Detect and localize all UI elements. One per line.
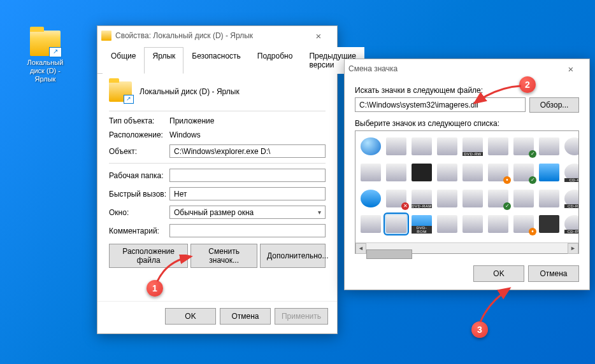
folder-shortcut-icon (101, 31, 111, 41)
icon-media[interactable] (539, 190, 559, 207)
icon-network[interactable] (361, 137, 381, 155)
icon-path-input[interactable] (355, 97, 526, 112)
icon-drive[interactable] (412, 137, 432, 155)
icon-drive-warn[interactable] (513, 215, 534, 233)
browse-button[interactable]: Обзор... (529, 97, 579, 113)
select-icon-label: Выберите значок из следующего списка: (355, 119, 579, 128)
icon-list: ◄ ► (355, 130, 579, 254)
icon-disc[interactable] (564, 137, 578, 155)
icon-sd[interactable] (539, 215, 559, 233)
icon-drive-ok[interactable] (513, 164, 534, 181)
icon-recycle[interactable] (539, 164, 559, 181)
tab-details[interactable]: Подробно (249, 47, 301, 74)
input-comment[interactable] (169, 224, 326, 237)
icon-dvdrom[interactable] (412, 215, 432, 233)
icon-drive-warn[interactable] (488, 164, 508, 181)
icon-printer[interactable] (539, 137, 559, 155)
icon-floppy[interactable] (361, 215, 381, 233)
icon-drive[interactable] (386, 164, 406, 181)
tabs: Общие Ярлык Безопасность Подробно Предыд… (97, 46, 337, 74)
icon-floppy[interactable] (386, 137, 406, 155)
icon-chip[interactable] (412, 164, 432, 181)
scroll-right-button[interactable]: ► (568, 243, 578, 254)
icon-drive[interactable] (437, 137, 457, 155)
icon-dvdrw[interactable] (462, 137, 483, 155)
input-target[interactable] (169, 144, 326, 158)
chevron-down-icon: ▾ (318, 209, 321, 216)
desktop-icon-label: Локальный диск (D) - Ярлык (22, 59, 68, 83)
cancel-button[interactable]: Отмена (528, 265, 579, 282)
label-target-type: Тип объекта: (109, 116, 169, 125)
value-target-type: Приложение (169, 116, 214, 125)
label-target: Объект: (109, 147, 169, 156)
value-location: Windows (169, 130, 201, 139)
label-location: Расположение: (109, 130, 169, 139)
callout-2: 2 (519, 76, 536, 93)
tab-security[interactable]: Безопасность (183, 47, 249, 74)
cancel-button[interactable]: Отмена (220, 308, 271, 325)
icon-drive[interactable] (437, 190, 457, 207)
icon-folder[interactable] (361, 164, 381, 181)
titlebar[interactable]: Смена значка × (345, 59, 589, 78)
properties-window: Свойства: Локальный диск (D) - Ярлык × О… (97, 25, 338, 334)
icon-drive[interactable] (437, 164, 457, 181)
label-comment: Комментарий: (109, 227, 169, 235)
shortcut-name: Локальный диск (D) - Ярлык (140, 87, 240, 96)
callout-3: 3 (471, 321, 488, 338)
desktop-shortcut-icon[interactable]: Локальный диск (D) - Ярлык (22, 31, 68, 83)
icon-drive[interactable] (462, 215, 483, 233)
shortcut-icon (109, 81, 132, 102)
input-startin[interactable] (169, 169, 326, 182)
icon-dvdram[interactable] (412, 190, 432, 207)
icon-fax[interactable] (488, 215, 508, 233)
change-icon-button[interactable]: Сменить значок... (190, 244, 257, 268)
icon-help[interactable] (361, 190, 381, 207)
select-run-value: Обычный размер окна (174, 208, 254, 217)
icon-drive-ok[interactable] (513, 137, 534, 155)
label-startin: Рабочая папка: (109, 171, 169, 180)
icon-cdr[interactable] (564, 164, 578, 181)
icon-drive-fail[interactable] (386, 190, 406, 207)
close-button[interactable]: × (304, 26, 333, 45)
apply-button[interactable]: Применить (275, 308, 328, 325)
icon-drive[interactable] (513, 190, 534, 207)
label-shortcut-key: Быстрый вызов: (109, 190, 169, 199)
icon-drive[interactable] (488, 137, 508, 155)
scroll-left-button[interactable]: ◄ (355, 243, 366, 254)
open-file-location-button[interactable]: Расположение файла (109, 244, 188, 268)
window-title: Смена значка (348, 64, 398, 73)
close-button[interactable]: × (556, 59, 585, 78)
change-icon-dialog: Смена значка × Искать значки в следующем… (344, 59, 590, 290)
tab-shortcut[interactable]: Ярлык (144, 47, 183, 74)
icon-cdrom[interactable] (564, 190, 578, 207)
horizontal-scrollbar[interactable]: ◄ ► (355, 242, 578, 253)
icon-drive-ok[interactable] (488, 190, 508, 207)
input-shortcut-key[interactable] (169, 187, 326, 200)
ok-button[interactable]: OK (165, 308, 216, 325)
tab-general[interactable]: Общие (103, 47, 144, 74)
callout-1: 1 (147, 280, 163, 297)
icon-drive[interactable] (462, 190, 483, 207)
icon-cdrw[interactable] (564, 215, 578, 233)
ok-button[interactable]: OK (473, 265, 524, 282)
icon-drive[interactable] (437, 215, 457, 233)
label-run: Окно: (109, 208, 169, 217)
icon-drive-selected[interactable] (386, 215, 406, 233)
select-run[interactable]: Обычный размер окна ▾ (169, 206, 326, 219)
icon-camera[interactable] (462, 164, 483, 181)
advanced-button[interactable]: Дополнительно... (260, 244, 326, 268)
titlebar[interactable]: Свойства: Локальный диск (D) - Ярлык × (97, 26, 337, 45)
folder-shortcut-icon (30, 31, 61, 56)
window-title: Свойства: Локальный диск (D) - Ярлык (115, 31, 253, 40)
look-for-label: Искать значки в следующем файле: (355, 86, 579, 95)
